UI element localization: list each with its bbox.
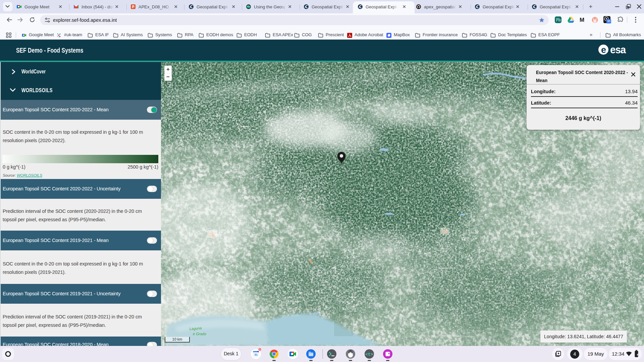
svg-text:P: P [132,5,135,9]
svg-text:<t>: <t> [365,352,373,357]
svg-text:31: 31 [254,353,258,356]
svg-text:esa: esa [610,44,626,55]
svg-text:e Grado: e Grado [193,332,206,336]
svg-text:e: e [601,45,606,55]
svg-text:Laguna: Laguna [189,326,202,331]
